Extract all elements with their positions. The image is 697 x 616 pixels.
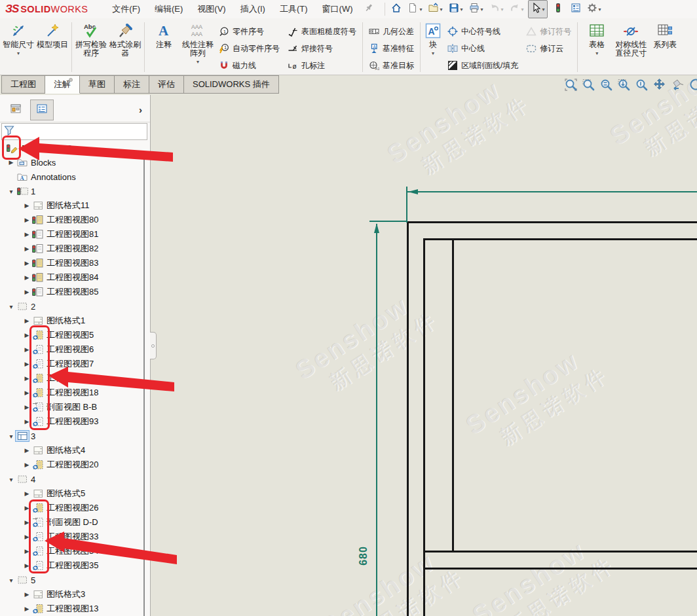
tree-item[interactable]: ▶工程图视图5 — [0, 328, 150, 342]
tree-item[interactable]: ▶图纸格式3 — [0, 587, 150, 602]
dropdown-arrow-icon[interactable]: ▾ — [521, 7, 524, 12]
tree-item[interactable]: ▶工程图视图35 — [0, 558, 150, 573]
tree-item[interactable]: ▶工程图视图34 — [0, 544, 150, 558]
menu-view[interactable]: 视图(V) — [190, 0, 233, 18]
collapse-arrow-icon[interactable]: ▾ — [7, 476, 16, 483]
tree-item[interactable]: ▶工程图视图85 — [0, 285, 150, 299]
tree-item[interactable]: ▶剖面视图 D-D — [0, 515, 150, 530]
expand-arrow-icon[interactable]: ▶ — [22, 490, 31, 497]
dimension-line-horizontal[interactable] — [407, 191, 697, 192]
feature-tree-tab[interactable] — [4, 100, 28, 120]
zoom-to-fit-button[interactable] — [563, 78, 578, 94]
menu-insert[interactable]: 插入(I) — [233, 0, 273, 18]
dropdown-arrow-icon[interactable]: ▾ — [197, 59, 199, 65]
tree-item[interactable]: ▾3 — [0, 429, 150, 443]
expand-arrow-icon[interactable]: ▶ — [22, 418, 31, 425]
tree-item[interactable]: ▾4 — [0, 472, 150, 486]
zoom-in-out-button[interactable] — [598, 78, 614, 94]
rotate-view-button[interactable] — [687, 78, 697, 94]
tab-drawing[interactable]: 工程图 — [1, 75, 45, 94]
magnifier-button[interactable] — [633, 78, 649, 94]
ribbon-button-note[interactable]: A注释 — [147, 20, 181, 75]
expand-arrow-icon[interactable]: ▶ — [22, 606, 31, 612]
tree-item[interactable]: ▶图纸格式4 — [0, 443, 150, 458]
dimension-line-vertical[interactable] — [376, 224, 377, 616]
collapse-arrow-icon[interactable]: ▾ — [7, 188, 16, 195]
dropdown-arrow-icon[interactable]: ▾ — [595, 50, 598, 56]
tree-item[interactable]: ▶工程图视图20 — [0, 458, 150, 472]
options-list-button[interactable] — [569, 1, 583, 18]
ribbon-button-datum-target[interactable]: A1基准目标 — [365, 57, 418, 74]
expand-arrow-icon[interactable]: ▶ — [22, 332, 31, 338]
ribbon-button-center-mark[interactable]: 中心符号线 — [443, 23, 522, 40]
dropdown-arrow-icon[interactable]: ▾ — [17, 50, 20, 56]
menu-edit[interactable]: 编辑(E) — [147, 0, 190, 18]
ribbon-button-model-items[interactable]: 模型项目 — [35, 20, 69, 75]
ribbon-button-balloon[interactable]: 1零件序号 — [215, 23, 284, 40]
expand-arrow-icon[interactable]: ▶ — [22, 447, 31, 454]
pin-menu-icon[interactable] — [360, 1, 378, 18]
ribbon-button-format-painter[interactable]: 格式涂刷器 — [108, 20, 142, 75]
tree-item[interactable]: ▶工程图视图93 — [0, 414, 150, 429]
tree-item[interactable]: ▶工程图视图83 — [0, 256, 150, 270]
panel-expand-chevron[interactable]: › — [135, 104, 146, 115]
ribbon-button-spell-checker[interactable]: Abc拼写检验程序 — [74, 20, 108, 75]
expand-arrow-icon[interactable]: ▶ — [22, 346, 31, 353]
ribbon-button-revision-cloud[interactable]: 修订云 — [522, 40, 575, 57]
ribbon-button-hole-callout[interactable]: ø孔标注 — [284, 57, 360, 74]
ribbon-button-magnetic-line[interactable]: 磁力线 — [215, 57, 284, 74]
dropdown-arrow-icon[interactable]: ▾ — [501, 7, 504, 12]
filter-input[interactable] — [14, 125, 147, 138]
tab-annotation[interactable]: 注解 — [45, 75, 80, 94]
dimension-value[interactable]: 680 — [358, 539, 372, 573]
tree-item[interactable]: ▶工程图视图8 — [0, 371, 150, 386]
zoom-to-area-button[interactable] — [580, 78, 596, 94]
menu-tools[interactable]: 工具(T) — [273, 0, 315, 18]
dropdown-arrow-icon[interactable]: ▾ — [440, 7, 443, 12]
expand-arrow-icon[interactable]: ▶ — [22, 462, 31, 468]
tree-item[interactable]: ▶图纸格式1 — [0, 314, 150, 328]
tree-item[interactable]: ▶图纸格式5 — [0, 486, 150, 501]
expand-arrow-icon[interactable]: ▶ — [22, 390, 31, 396]
ribbon-button-symmetric-diameter[interactable]: 对称线性直径尺寸 — [614, 20, 648, 75]
tree-item[interactable]: ▶工程图视图84 — [0, 270, 150, 285]
expand-arrow-icon[interactable]: ▶ — [22, 317, 31, 324]
dropdown-arrow-icon[interactable]: ▾ — [542, 7, 545, 12]
dropdown-arrow-icon[interactable]: ▾ — [461, 7, 463, 12]
ribbon-button-smart-dimension[interactable]: 智能尺寸▾ — [1, 20, 35, 75]
rebuild-button[interactable] — [551, 1, 565, 18]
panel-handle-dot[interactable] — [69, 78, 73, 82]
tree-item[interactable]: ▾5 — [0, 573, 150, 587]
expand-arrow-icon[interactable]: ▶ — [22, 375, 31, 382]
ribbon-button-auto-balloon[interactable]: 1自动零件序号 — [215, 40, 284, 57]
dropdown-arrow-icon[interactable]: ▾ — [432, 50, 434, 56]
ribbon-button-geometric-tolerance[interactable]: 几何公差 — [365, 23, 418, 40]
ribbon-button-weld-symbol[interactable]: 焊接符号 — [284, 40, 360, 57]
home-button[interactable] — [389, 1, 404, 18]
zoom-to-selection-button[interactable] — [616, 78, 631, 94]
tab-evaluate[interactable]: 评估 — [149, 75, 184, 94]
menu-window[interactable]: 窗口(W) — [315, 0, 360, 18]
expand-arrow-icon[interactable]: ▶ — [7, 159, 16, 166]
ribbon-button-block[interactable]: A块▾ — [423, 20, 443, 75]
ribbon-button-datum-feature[interactable]: A基准特征 — [365, 40, 418, 57]
tree-item[interactable]: ▶工程图视图13 — [0, 602, 150, 616]
expand-arrow-icon[interactable]: ▶ — [22, 505, 31, 511]
pan-button[interactable] — [651, 78, 667, 94]
tree-item[interactable]: ▾1 — [0, 184, 150, 198]
tree-item[interactable]: ▾2 — [0, 299, 150, 314]
expand-arrow-icon[interactable]: ▶ — [22, 404, 31, 410]
dropdown-arrow-icon[interactable]: ▾ — [599, 7, 601, 12]
menu-file[interactable]: 文件(F) — [105, 0, 147, 18]
panel-splitter[interactable] — [150, 332, 157, 359]
ribbon-button-area-hatch[interactable]: 区域剖面线/填充 — [443, 57, 522, 74]
tree-item[interactable]: ▶工程图视图80 — [0, 213, 150, 227]
tree-root-item[interactable]: DEIO — [0, 141, 150, 155]
print-button[interactable]: ▾ — [467, 1, 485, 18]
tree-item[interactable]: ▶工程图视图81 — [0, 227, 150, 242]
tree-item[interactable]: ▶工程图视图6 — [0, 342, 150, 357]
expand-arrow-icon[interactable]: ▶ — [22, 245, 31, 252]
dropdown-arrow-icon[interactable]: ▾ — [419, 7, 422, 12]
collapse-arrow-icon[interactable]: ▾ — [7, 303, 16, 310]
ribbon-button-table[interactable]: 表格▾ — [580, 20, 614, 75]
